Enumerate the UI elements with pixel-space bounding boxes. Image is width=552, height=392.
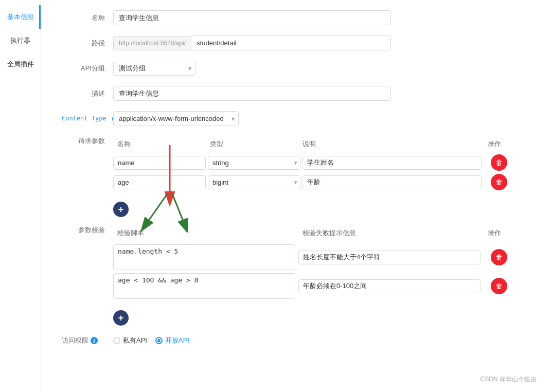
sidebar-item-plugins[interactable]: 全局插件 [0, 52, 41, 76]
add-val-area: + [62, 310, 531, 326]
param-table-header: 名称 类型 说明 操作 [113, 136, 514, 152]
param-desc-1[interactable] [302, 156, 482, 170]
param-row-1: string bigint int boolean 🗑 [113, 154, 514, 171]
description-row: 描述 [62, 86, 531, 101]
param-type-select-2[interactable]: string bigint int boolean [208, 175, 300, 189]
val-col-script: 校验脚本 [113, 228, 296, 238]
param-type-wrapper-2: string bigint int boolean [208, 175, 300, 189]
add-param-area: + [62, 202, 531, 217]
path-suffix-input[interactable] [191, 35, 391, 50]
param-name-2[interactable] [113, 175, 206, 189]
add-val-button[interactable]: + [113, 310, 129, 326]
request-params-label: 请求参数 [62, 136, 113, 193]
col-type: 类型 [206, 139, 298, 149]
col-name: 名称 [113, 139, 206, 149]
content-type-select-wrapper: application/x-www-form-urlencoded applic… [113, 111, 239, 126]
path-label: 路径 [62, 39, 113, 48]
validation-section: 参数校验 校验脚本 校验失败提示信息 操作 name.length < 5 🗑 … [62, 225, 531, 302]
api-group-select-wrapper: 测试分组 [113, 61, 195, 76]
path-row: 路径 http://localhost:8520/api/ [62, 35, 531, 50]
content-type-row: Content Type ℹ application/x-www-form-ur… [62, 111, 531, 126]
content-type-control: application/x-www-form-urlencoded applic… [113, 111, 391, 126]
description-control [113, 86, 391, 101]
val-script-1[interactable]: name.length < 5 [113, 244, 295, 270]
val-row-1: name.length < 5 🗑 [113, 244, 514, 270]
param-table: 名称 类型 说明 操作 string bigint int boolean [113, 136, 514, 193]
content-type-select[interactable]: application/x-www-form-urlencoded applic… [113, 111, 239, 126]
col-desc: 说明 [298, 139, 484, 149]
path-control: http://localhost:8520/api/ [113, 35, 391, 50]
access-label: 访问权限 ℹ [62, 336, 113, 345]
svg-line-4 [149, 194, 167, 220]
val-col-action: 操作 [484, 228, 514, 238]
val-script-2[interactable]: age < 100 && age > 0 [113, 273, 295, 299]
val-table: 校验脚本 校验失败提示信息 操作 name.length < 5 🗑 age <… [113, 225, 514, 302]
val-msg-1[interactable] [298, 251, 480, 264]
sidebar-item-executor[interactable]: 执行器 [0, 29, 41, 52]
name-label: 名称 [62, 13, 113, 23]
content-type-label: Content Type ℹ [62, 115, 113, 122]
param-desc-2[interactable] [302, 175, 482, 189]
val-delete-btn-2[interactable]: 🗑 [491, 278, 507, 294]
param-type-wrapper-1: string bigint int boolean [208, 156, 300, 170]
col-action: 操作 [484, 139, 514, 149]
val-row-2: age < 100 && age > 0 🗑 [113, 273, 514, 299]
param-delete-btn-2[interactable]: 🗑 [491, 174, 507, 190]
request-params-section: 请求参数 名称 类型 说明 操作 string bigint int [62, 136, 531, 193]
description-label: 描述 [62, 89, 113, 98]
val-header: 校验脚本 校验失败提示信息 操作 [113, 225, 514, 241]
access-info-icon[interactable]: ℹ [91, 337, 98, 344]
sidebar-item-basic[interactable]: 基本信息 [0, 5, 41, 29]
name-row: 名称 [62, 10, 531, 25]
param-row-2: string bigint int boolean 🗑 [113, 174, 514, 190]
path-prefix: http://localhost:8520/api/ [113, 36, 191, 50]
radio-open-circle [155, 337, 163, 344]
param-delete-btn-1[interactable]: 🗑 [491, 154, 507, 171]
api-group-label: API分组 [62, 64, 113, 73]
radio-open[interactable]: 开放API [155, 336, 189, 345]
val-col-msg: 校验失败提示信息 [298, 228, 482, 238]
val-msg-2[interactable] [298, 279, 480, 293]
radio-group: 私有API 开放API [113, 336, 189, 345]
access-row: 访问权限 ℹ 私有API 开放API [62, 336, 531, 345]
watermark: CSDN @华山今狐虫 [480, 375, 537, 384]
radio-private-circle [113, 337, 120, 344]
validation-label: 参数校验 [62, 225, 113, 302]
radio-private[interactable]: 私有API [113, 336, 147, 345]
api-group-row: API分组 测试分组 [62, 61, 531, 76]
param-type-select-1[interactable]: string bigint int boolean [208, 156, 300, 170]
api-group-select[interactable]: 测试分组 [113, 61, 195, 76]
param-name-1[interactable] [113, 156, 206, 170]
name-input[interactable] [113, 10, 391, 25]
description-input[interactable] [113, 86, 391, 101]
val-delete-btn-1[interactable]: 🗑 [491, 249, 507, 265]
svg-line-5 [172, 194, 183, 220]
name-control [113, 10, 391, 25]
sidebar: 基本信息 执行器 全局插件 [0, 0, 41, 392]
add-param-button[interactable]: + [113, 202, 129, 217]
api-group-control: 测试分组 [113, 61, 391, 76]
main-content: 名称 路径 http://localhost:8520/api/ API分组 测… [41, 0, 552, 392]
